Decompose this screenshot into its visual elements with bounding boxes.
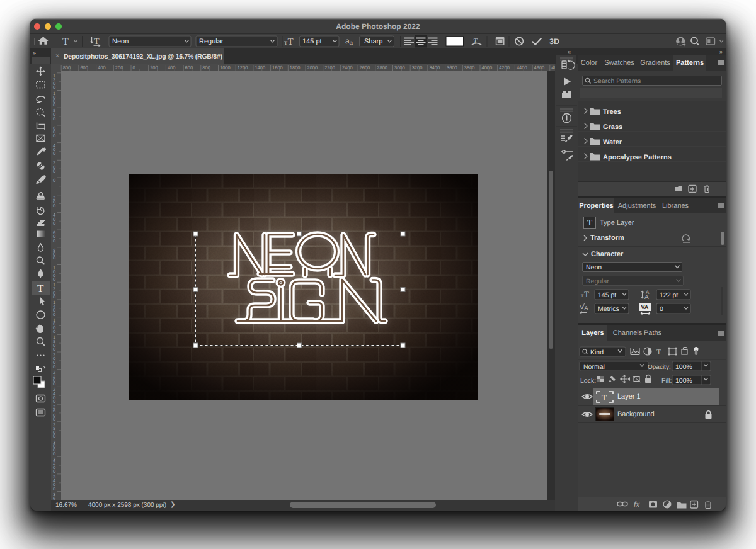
svg-text:fx: fx [634, 500, 640, 509]
svg-text:Sharp: Sharp [364, 38, 382, 45]
svg-text:200: 200 [150, 65, 158, 71]
svg-text:600: 600 [80, 65, 88, 71]
svg-text:Water: Water [603, 139, 622, 146]
svg-text:3200: 3200 [412, 65, 423, 71]
svg-text:3400: 3400 [429, 65, 440, 71]
svg-text:122 pt: 122 pt [660, 291, 678, 299]
svg-text:400: 400 [168, 65, 176, 71]
svg-text:3800: 3800 [464, 65, 475, 71]
svg-text:3000: 3000 [394, 65, 405, 71]
svg-text:145 pt: 145 pt [598, 291, 616, 299]
svg-text:0: 0 [53, 416, 55, 422]
svg-text:0: 0 [53, 346, 55, 352]
svg-text:0: 0 [53, 433, 55, 439]
svg-text:0: 0 [53, 329, 55, 334]
svg-text:Trees: Trees [603, 108, 621, 116]
svg-text:4800: 4800 [551, 65, 555, 71]
svg-text:4400: 4400 [517, 65, 527, 71]
svg-text:0: 0 [133, 65, 135, 71]
svg-text:0: 0 [53, 102, 55, 108]
svg-text:2200: 2200 [324, 65, 335, 71]
svg-text:T: T [62, 37, 69, 47]
svg-text:1800: 1800 [290, 65, 301, 71]
svg-text:Apocalypse Patterns: Apocalypse Patterns [603, 154, 672, 161]
svg-text:Fill:: Fill: [662, 377, 672, 385]
svg-text:a: a [350, 40, 353, 47]
svg-text:100%: 100% [675, 363, 692, 371]
svg-text:3600: 3600 [447, 65, 457, 71]
svg-text:T: T [602, 393, 607, 402]
svg-text:Opacity:: Opacity: [648, 364, 671, 371]
svg-text:Grass: Grass [603, 123, 622, 131]
svg-text:4200: 4200 [499, 65, 510, 71]
svg-text:1000: 1000 [220, 65, 231, 71]
svg-text:100%: 100% [675, 377, 692, 385]
svg-text:0: 0 [53, 255, 55, 261]
svg-text:0: 0 [53, 238, 55, 244]
svg-text:0: 0 [53, 294, 55, 300]
svg-text:1400: 1400 [255, 65, 265, 71]
svg-text:1200: 1200 [238, 65, 248, 71]
svg-text:Normal: Normal [583, 363, 605, 371]
svg-text:0: 0 [53, 276, 55, 282]
svg-text:Kind: Kind [590, 349, 604, 356]
svg-text:0: 0 [53, 486, 55, 492]
svg-text:T: T [37, 283, 44, 295]
svg-text:Neon: Neon [112, 38, 129, 45]
svg-text:800: 800 [63, 65, 71, 71]
svg-text:2600: 2600 [360, 65, 370, 71]
svg-text:200: 200 [115, 65, 123, 71]
svg-text:600: 600 [185, 65, 193, 71]
svg-text:A: A [644, 294, 649, 301]
svg-text:Metrics: Metrics [598, 305, 619, 313]
svg-text:400: 400 [98, 65, 106, 71]
svg-text:4000: 4000 [482, 65, 493, 71]
svg-text:Lock:: Lock: [580, 377, 596, 385]
svg-text:145 pt: 145 pt [302, 38, 322, 45]
svg-text:2800: 2800 [377, 65, 387, 71]
svg-text:2400: 2400 [342, 65, 353, 71]
svg-text:0: 0 [53, 168, 55, 174]
svg-text:VA: VA [641, 304, 649, 310]
svg-text:0: 0 [53, 364, 55, 370]
svg-text:0: 0 [53, 468, 55, 474]
svg-text:0: 0 [53, 220, 55, 226]
svg-text:0: 0 [53, 150, 55, 156]
svg-text:T: T [656, 348, 662, 356]
svg-text:T: T [584, 290, 589, 299]
svg-text:0: 0 [53, 381, 55, 387]
svg-text:0: 0 [53, 451, 55, 456]
svg-text:0: 0 [53, 178, 55, 183]
svg-text:A: A [584, 305, 588, 312]
svg-text:3D: 3D [549, 37, 559, 46]
svg-text:0: 0 [53, 203, 55, 208]
svg-text:Regular: Regular [199, 38, 224, 45]
svg-text:V: V [580, 304, 584, 311]
svg-text:2000: 2000 [307, 65, 318, 71]
svg-text:0: 0 [53, 84, 55, 90]
svg-text:0: 0 [660, 305, 663, 313]
svg-text:0: 0 [53, 133, 55, 139]
svg-text:0: 0 [53, 399, 55, 404]
svg-text:4600: 4600 [534, 65, 545, 71]
svg-text:0: 0 [53, 312, 55, 317]
svg-text:0: 0 [53, 116, 55, 122]
svg-text:1600: 1600 [272, 65, 283, 71]
svg-text:T: T [288, 37, 294, 47]
svg-text:800: 800 [202, 65, 210, 71]
